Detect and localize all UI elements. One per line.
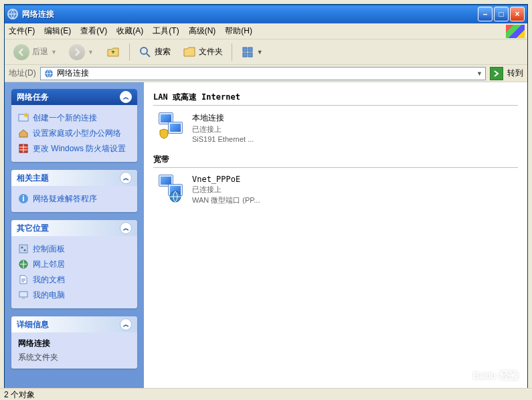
panel-title: 其它位置 bbox=[17, 223, 49, 234]
globe-overlay-icon bbox=[169, 191, 181, 203]
svg-point-8 bbox=[24, 113, 28, 117]
menu-bar: 文件(F) 编辑(E) 查看(V) 收藏(A) 工具(T) 高级(N) 帮助(H… bbox=[5, 23, 527, 39]
folders-icon bbox=[183, 45, 196, 59]
up-button[interactable] bbox=[101, 42, 125, 62]
menu-edit[interactable]: 编辑(E) bbox=[44, 25, 71, 37]
create-connection-link[interactable]: 创建一个新的连接 bbox=[18, 110, 130, 126]
connection-name: 本地连接 bbox=[192, 112, 254, 124]
control-panel-icon bbox=[18, 243, 29, 254]
status-text: 2 个对象 bbox=[4, 390, 35, 399]
svg-point-1 bbox=[141, 47, 147, 54]
status-bar: 2 个对象 bbox=[0, 388, 532, 400]
collapse-icon[interactable]: ︽ bbox=[120, 222, 132, 234]
troubleshoot-link[interactable]: i网络疑难解答程序 bbox=[18, 191, 130, 207]
my-documents-link[interactable]: 我的文档 bbox=[18, 272, 130, 288]
folders-button[interactable]: 文件夹 bbox=[178, 43, 228, 62]
separator bbox=[232, 43, 232, 61]
window-icon bbox=[7, 9, 18, 19]
panel-title: 网络任务 bbox=[17, 92, 49, 103]
menu-favorites[interactable]: 收藏(A) bbox=[116, 25, 143, 37]
panel-header[interactable]: 详细信息 ︽ bbox=[11, 316, 137, 332]
views-icon bbox=[241, 45, 254, 59]
computer-icon bbox=[18, 290, 29, 300]
menu-help[interactable]: 帮助(H) bbox=[225, 25, 252, 37]
collapse-icon[interactable]: ︽ bbox=[120, 318, 132, 330]
window-title: 网络连接 bbox=[22, 9, 478, 20]
back-button[interactable]: 后退 ▼ bbox=[9, 41, 62, 63]
title-bar[interactable]: 网络连接 – □ × bbox=[5, 5, 527, 23]
maximize-button[interactable]: □ bbox=[494, 7, 509, 21]
panel-title: 详细信息 bbox=[17, 319, 49, 330]
connection-vnet-pppoe[interactable]: Vnet_PPPoE 已连接上 WAN 微型端口 (PP... bbox=[159, 175, 518, 205]
svg-rect-2 bbox=[243, 47, 247, 52]
search-button[interactable]: 搜索 bbox=[134, 43, 175, 62]
link-label: 网络疑难解答程序 bbox=[33, 193, 97, 205]
panel-title: 相关主题 bbox=[17, 173, 49, 184]
go-button[interactable] bbox=[490, 67, 503, 80]
chevron-down-icon: ▼ bbox=[88, 49, 94, 56]
connection-name: Vnet_PPPoE bbox=[192, 175, 260, 184]
link-label: 控制面板 bbox=[33, 243, 65, 255]
section-lan-header: LAN 或高速 Internet bbox=[153, 92, 518, 106]
shield-overlay-icon bbox=[159, 128, 169, 139]
broadband-connection-icon bbox=[159, 175, 185, 201]
control-panel-link[interactable]: 控制面板 bbox=[18, 241, 130, 257]
folder-up-icon bbox=[106, 45, 120, 60]
network-places-link[interactable]: 网上邻居 bbox=[18, 257, 130, 272]
windows-logo-icon bbox=[506, 25, 525, 38]
chevron-down-icon: ▼ bbox=[257, 49, 263, 56]
info-icon: i bbox=[18, 193, 29, 204]
svg-rect-17 bbox=[22, 298, 25, 299]
content-area: 网络任务 ︽ 创建一个新的连接 设置家庭或小型办公网络 更改 Windows 防… bbox=[5, 82, 527, 389]
my-computer-link[interactable]: 我的电脑 bbox=[18, 288, 130, 303]
back-arrow-icon bbox=[13, 44, 29, 60]
connection-status: 已连接上 bbox=[192, 124, 254, 134]
lan-connection-icon bbox=[159, 112, 185, 139]
folders-label: 文件夹 bbox=[199, 46, 223, 58]
address-field[interactable]: 网络连接 ▼ bbox=[40, 67, 486, 80]
details-panel: 详细信息 ︽ 网络连接 系统文件夹 bbox=[11, 316, 137, 369]
link-label: 创建一个新的连接 bbox=[33, 112, 97, 124]
connection-local-area[interactable]: 本地连接 已连接上 SiS191 Ethernet ... bbox=[159, 112, 518, 143]
documents-icon bbox=[18, 274, 29, 285]
address-value: 网络连接 bbox=[57, 68, 89, 79]
svg-text:i: i bbox=[22, 194, 24, 203]
menu-tools[interactable]: 工具(T) bbox=[153, 25, 179, 37]
firewall-icon bbox=[18, 143, 29, 154]
panel-header[interactable]: 网络任务 ︽ bbox=[11, 89, 137, 105]
menu-view[interactable]: 查看(V) bbox=[80, 25, 107, 37]
window-buttons: – □ × bbox=[478, 7, 525, 21]
details-name: 网络连接 bbox=[18, 338, 130, 349]
address-label: 地址(D) bbox=[9, 68, 36, 79]
firewall-link[interactable]: 更改 Windows 防火墙设置 bbox=[18, 141, 130, 157]
network-tasks-panel: 网络任务 ︽ 创建一个新的连接 设置家庭或小型办公网络 更改 Windows 防… bbox=[11, 89, 137, 162]
section-broadband-header: 宽带 bbox=[153, 154, 518, 168]
dropdown-icon[interactable]: ▼ bbox=[476, 70, 482, 77]
setup-network-link[interactable]: 设置家庭或小型办公网络 bbox=[18, 126, 130, 141]
forward-arrow-icon bbox=[69, 44, 85, 60]
address-bar: 地址(D) 网络连接 ▼ 转到 bbox=[5, 65, 527, 82]
watermark-brand: Baidu bbox=[474, 371, 496, 381]
link-label: 设置家庭或小型办公网络 bbox=[33, 128, 121, 139]
minimize-button[interactable]: – bbox=[478, 7, 493, 21]
svg-rect-12 bbox=[19, 245, 27, 253]
forward-button[interactable]: ▼ bbox=[64, 41, 98, 63]
panel-header[interactable]: 其它位置 ︽ bbox=[11, 220, 137, 236]
watermark-sub: 经验 bbox=[500, 370, 519, 381]
collapse-icon[interactable]: ︽ bbox=[120, 172, 132, 184]
collapse-icon[interactable]: ︽ bbox=[120, 91, 132, 103]
toolbar: 后退 ▼ ▼ 搜索 文件夹 ▼ bbox=[5, 39, 527, 65]
menu-advanced[interactable]: 高级(N) bbox=[189, 25, 216, 37]
views-button[interactable]: ▼ bbox=[236, 43, 268, 62]
link-label: 网上邻居 bbox=[33, 259, 65, 270]
panel-header[interactable]: 相关主题 ︽ bbox=[11, 170, 137, 186]
menu-file[interactable]: 文件(F) bbox=[9, 25, 35, 37]
search-label: 搜索 bbox=[155, 46, 171, 58]
svg-rect-16 bbox=[19, 292, 27, 297]
svg-rect-5 bbox=[248, 53, 252, 57]
close-button[interactable]: × bbox=[510, 7, 525, 21]
network-places-icon bbox=[18, 259, 29, 270]
related-topics-panel: 相关主题 ︽ i网络疑难解答程序 bbox=[11, 170, 137, 212]
svg-point-13 bbox=[21, 247, 23, 249]
explorer-window: 网络连接 – □ × 文件(F) 编辑(E) 查看(V) 收藏(A) 工具(T)… bbox=[4, 4, 528, 389]
